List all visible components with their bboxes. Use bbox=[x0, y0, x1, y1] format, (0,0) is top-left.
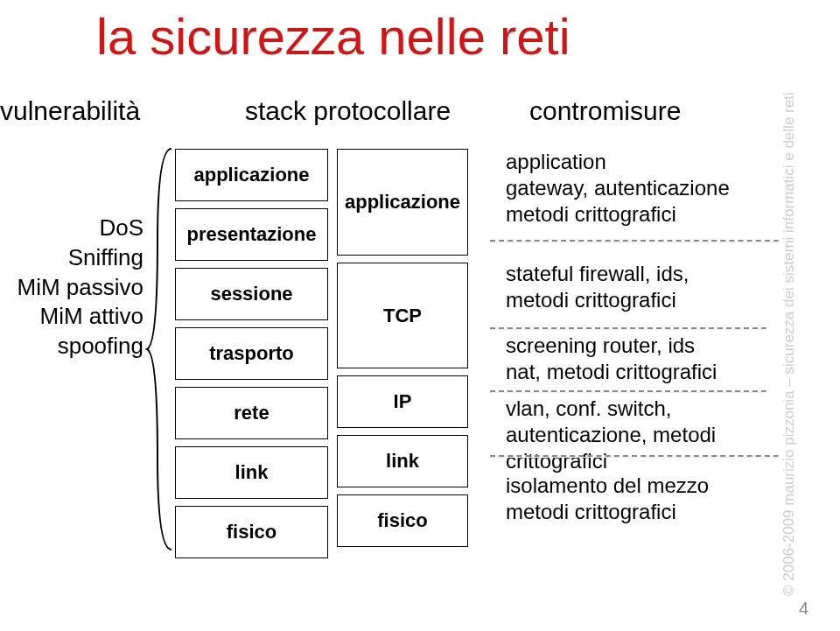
cm-line: screening router, ids bbox=[490, 333, 805, 359]
osi-layer: sessione bbox=[175, 268, 328, 320]
protocol-stack-area: applicazione presentazione sessione tras… bbox=[175, 149, 438, 569]
divider-icon bbox=[490, 240, 779, 242]
cm-line: metodi crittografici bbox=[490, 287, 805, 313]
copyright-text: © 2006-2009 maurizio pizzonia – sicurezz… bbox=[780, 92, 798, 596]
tcpip-layer: link bbox=[337, 435, 468, 487]
vulnerability-list: DoS Sniffing MiM passivo MiM attivo spoo… bbox=[4, 214, 144, 361]
vulnerability-item: MiM attivo bbox=[4, 302, 144, 332]
tcpip-stack: applicazione TCP IP link fisico bbox=[337, 149, 468, 547]
countermeasure-physical: isolamento del mezzo metodi crittografic… bbox=[490, 473, 805, 525]
column-header-stack: stack protocollare bbox=[245, 96, 451, 126]
vulnerability-item: MiM passivo bbox=[4, 273, 144, 303]
tcpip-layer: TCP bbox=[337, 263, 468, 369]
divider-icon bbox=[490, 390, 766, 393]
osi-layer: trasporto bbox=[175, 327, 328, 380]
slide-title: la sicurezza nelle reti bbox=[96, 7, 570, 66]
cm-line: gateway, autenticazione bbox=[490, 175, 805, 201]
column-header-vulnerabilities: vulnerabilità bbox=[0, 96, 140, 126]
cm-line: nat, metodi crittografici bbox=[490, 359, 805, 385]
cm-line: metodi crittografici bbox=[490, 201, 805, 228]
cm-line: vlan, conf. switch, bbox=[490, 396, 805, 422]
divider-icon bbox=[490, 455, 779, 458]
osi-layer: rete bbox=[175, 387, 328, 439]
countermeasure-application: application gateway, autenticazione meto… bbox=[490, 149, 805, 228]
osi-stack: applicazione presentazione sessione tras… bbox=[175, 149, 328, 558]
countermeasure-network: screening router, ids nat, metodi critto… bbox=[490, 333, 805, 385]
page-number: 4 bbox=[799, 599, 808, 619]
cm-line: metodi crittografici bbox=[490, 499, 805, 525]
osi-layer: fisico bbox=[175, 506, 328, 558]
cm-line: isolamento del mezzo bbox=[490, 473, 805, 499]
tcpip-layer: applicazione bbox=[337, 149, 468, 256]
cm-line: autenticazione, metodi crittografici bbox=[490, 422, 805, 474]
osi-layer: link bbox=[175, 446, 328, 499]
osi-layer: presentazione bbox=[175, 208, 328, 261]
vulnerability-item: spoofing bbox=[4, 332, 144, 361]
tcpip-layer: IP bbox=[337, 375, 468, 428]
countermeasure-link: vlan, conf. switch, autenticazione, meto… bbox=[490, 396, 805, 474]
copyright-sidebar: © 2006-2009 maurizio pizzonia – sicurezz… bbox=[798, 12, 822, 596]
osi-layer: applicazione bbox=[175, 149, 328, 201]
vulnerability-item: DoS bbox=[4, 214, 144, 243]
cm-line: application bbox=[490, 149, 805, 175]
vulnerability-item: Sniffing bbox=[4, 243, 144, 273]
cm-line: stateful firewall, ids, bbox=[490, 261, 805, 287]
divider-icon bbox=[490, 327, 766, 330]
tcpip-layer: fisico bbox=[337, 494, 468, 547]
slide-root: la sicurezza nelle reti vulnerabilità st… bbox=[0, 0, 840, 631]
column-header-countermeasures: contromisure bbox=[529, 96, 681, 126]
countermeasure-transport: stateful firewall, ids, metodi crittogra… bbox=[490, 261, 805, 313]
